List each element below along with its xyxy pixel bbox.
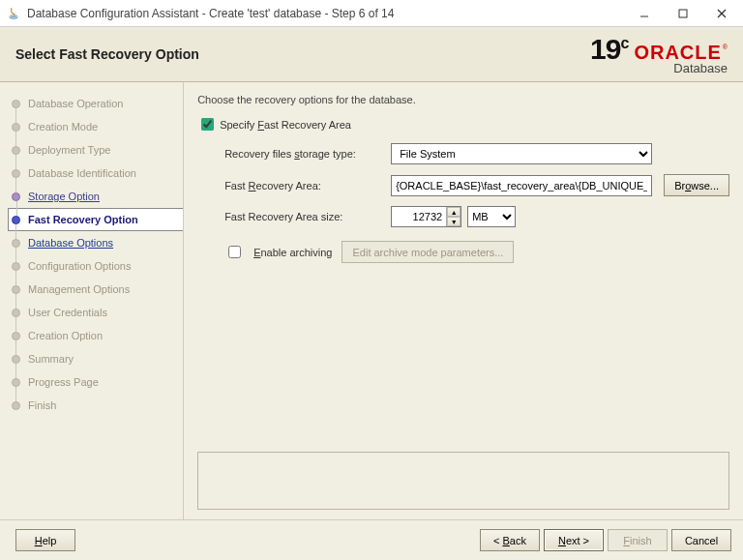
fra-size-label: Fast Recovery Area size: [224,211,379,222]
step-label: Creation Option [28,330,103,341]
close-button[interactable] [702,1,741,26]
page-title: Select Fast Recovery Option [15,46,199,62]
step-dot-icon [12,169,20,178]
step-dot-icon [12,401,20,410]
wizard-step-10: Creation Option [8,324,179,347]
step-dot-icon [12,123,20,132]
fra-size-unit-select[interactable]: MB [467,206,516,227]
step-dot-icon [12,146,20,155]
fra-size-spinner[interactable]: ▲ ▼ [391,206,461,227]
wizard-main-panel: Choose the recovery options for the data… [183,82,743,519]
wizard-step-7: Configuration Options [8,254,179,278]
specify-fra-label[interactable]: Specify Fast Recovery Area [220,119,351,131]
minimize-button[interactable] [625,1,664,26]
window-controls [625,1,741,26]
wizard-step-8: Management Options [8,278,179,301]
next-button[interactable]: Next > [544,529,604,551]
specify-fra-checkbox[interactable] [201,118,214,131]
wizard-step-0: Database Operation [8,92,179,115]
step-dot-icon [12,262,20,271]
wizard-step-13: Finish [8,394,179,417]
step-dot-icon [12,239,20,248]
browse-button[interactable]: Browse... [664,174,729,196]
step-dot-icon [12,332,20,340]
cancel-button[interactable]: Cancel [671,529,731,551]
wizard-step-9: User Credentials [8,301,179,324]
step-dot-icon [12,216,20,224]
brand-version: 19 [590,33,620,65]
step-dot-icon [12,309,20,317]
step-label: Deployment Type [28,144,110,156]
step-label: Configuration Options [28,260,131,272]
brand-name: ORACLE [634,42,721,63]
wizard-step-3: Database Identification [8,162,179,185]
wizard-step-5: Fast Recovery Option [8,208,184,231]
step-label: Database Identification [28,167,136,179]
storage-type-select[interactable]: File System [391,143,652,164]
enable-archiving-checkbox[interactable] [228,246,241,258]
step-dot-icon [12,355,20,364]
step-label: Finish [28,399,56,411]
finish-button: Finish [608,529,668,551]
fra-size-down[interactable]: ▼ [447,217,461,226]
step-dot-icon [12,285,20,294]
step-label: User Credentials [28,307,107,318]
window-titlebar: Database Configuration Assistant - Creat… [0,0,743,27]
step-label: Database Options [28,237,113,249]
brand-subtitle: Database [673,61,728,75]
step-label: Database Operation [28,98,123,109]
back-button[interactable]: < Back [480,529,540,551]
wizard-step-4[interactable]: Storage Option [8,185,179,208]
step-label: Progress Page [28,376,99,388]
panel-description: Choose the recovery options for the data… [197,94,729,105]
fra-size-up[interactable]: ▲ [447,207,461,217]
help-button[interactable]: Help [15,529,75,551]
step-label: Summary [28,353,74,365]
wizard-step-2: Deployment Type [8,138,179,162]
edit-archive-params-button: Edit archive mode parameters... [342,241,514,263]
step-label: Storage Option [28,191,100,202]
enable-archiving-label[interactable]: Enable archiving [253,247,332,258]
step-dot-icon [12,100,20,108]
fra-size-input[interactable] [392,207,446,226]
wizard-step-1: Creation Mode [8,115,179,138]
message-area [197,452,729,510]
wizard-step-11: Summary [8,347,179,370]
window-title: Database Configuration Assistant - Creat… [27,7,625,20]
svg-point-0 [11,15,17,16]
fra-path-label: Fast Recovery Area: [224,180,379,192]
brand-version-suffix: c [620,35,628,51]
step-label: Management Options [28,283,130,295]
java-icon [6,6,21,21]
maximize-button[interactable] [664,1,702,26]
step-dot-icon [12,192,20,201]
fra-path-input[interactable] [391,175,652,196]
step-label: Fast Recovery Option [28,214,138,225]
step-label: Creation Mode [28,121,98,133]
wizard-footer: Help < Back Next > Finish Cancel [0,519,743,560]
wizard-header: Select Fast Recovery Option 19c ORACLE® … [0,27,743,82]
svg-rect-2 [679,10,687,17]
wizard-step-6[interactable]: Database Options [8,231,179,254]
wizard-step-12: Progress Page [8,370,179,394]
wizard-steps-sidebar: Database OperationCreation ModeDeploymen… [0,82,183,519]
oracle-brand: 19c ORACLE® Database [590,33,728,75]
step-dot-icon [12,378,20,387]
storage-type-label: Recovery files storage type: [224,148,379,160]
